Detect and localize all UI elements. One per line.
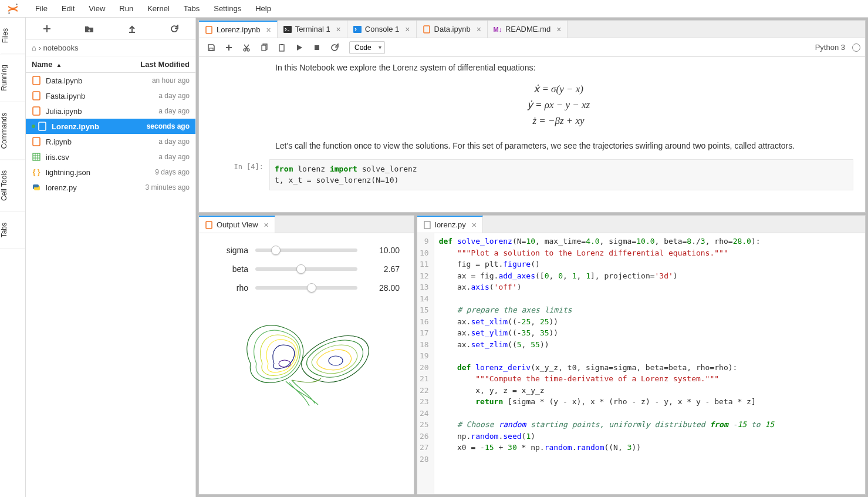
nb-icon xyxy=(423,25,431,33)
file-name: Fasta.ipynb xyxy=(46,92,158,100)
tab-label: lorenz.py xyxy=(435,220,466,229)
tab-label: Output View xyxy=(217,220,258,229)
slider-thumb[interactable] xyxy=(271,246,281,255)
tab-output-view[interactable]: Output View × xyxy=(199,216,275,233)
new-folder-button[interactable] xyxy=(82,22,96,36)
slider-track[interactable] xyxy=(255,264,357,274)
file-modified: a day ago xyxy=(158,153,190,161)
slider-thumb[interactable] xyxy=(307,283,316,293)
svg-rect-5 xyxy=(39,122,46,130)
main-tab-bar: Lorenz.ipynb×Terminal 1×Console 1×Data.i… xyxy=(199,21,865,38)
copy-button[interactable] xyxy=(256,40,272,55)
tab-terminal-1[interactable]: Terminal 1× xyxy=(278,21,347,38)
close-icon[interactable]: × xyxy=(336,25,341,34)
save-button[interactable] xyxy=(204,40,219,55)
nb-icon xyxy=(205,26,213,34)
slider-value: 10.00 xyxy=(364,246,400,255)
tab-readme-md[interactable]: M↓README.md× xyxy=(488,21,568,38)
code-editor[interactable]: 910111213141516171819202122232425262728 … xyxy=(417,233,865,494)
tab-label: Data.ipynb xyxy=(434,25,471,33)
close-icon[interactable]: × xyxy=(477,25,481,34)
slider-label: beta xyxy=(213,264,248,274)
slider-thumb[interactable] xyxy=(296,264,306,274)
close-icon[interactable]: × xyxy=(266,25,271,35)
menu-edit[interactable]: Edit xyxy=(55,2,82,15)
svg-rect-16 xyxy=(279,45,284,51)
close-icon[interactable]: × xyxy=(405,25,410,34)
slider-label: sigma xyxy=(213,246,248,255)
menu-tabs[interactable]: Tabs xyxy=(177,2,207,15)
close-icon[interactable]: × xyxy=(556,25,561,34)
left-tab-commands[interactable]: Commands xyxy=(0,102,25,160)
file-item[interactable]: Data.ipynban hour ago xyxy=(26,73,195,88)
restart-button[interactable] xyxy=(327,40,342,55)
insert-cell-button[interactable] xyxy=(221,40,237,55)
cut-button[interactable] xyxy=(239,40,254,55)
refresh-button[interactable] xyxy=(167,22,181,36)
file-item[interactable]: iris.csva day ago xyxy=(26,149,195,164)
paste-button[interactable] xyxy=(274,40,289,55)
file-name: Data.ipynb xyxy=(46,76,152,85)
json-file-icon: { } xyxy=(32,167,41,177)
column-modified[interactable]: Last Modified xyxy=(140,60,190,69)
tab-label: Lorenz.ipynb xyxy=(217,25,260,34)
code-cell[interactable]: In [4]: from lorenz import solve_lorenz … xyxy=(211,159,853,190)
close-icon[interactable]: × xyxy=(472,220,477,230)
py-file-icon xyxy=(32,183,41,192)
cell-type-select[interactable]: Code xyxy=(349,41,385,54)
line-gutter: 910111213141516171819202122232425262728 xyxy=(417,233,434,494)
file-name: Lorenz.ipynb xyxy=(52,122,147,131)
slider-beta: beta2.67 xyxy=(213,264,400,274)
close-icon[interactable]: × xyxy=(264,220,269,230)
markdown-text: In this Notebook we explore the Lorenz s… xyxy=(275,62,842,74)
slider-track[interactable] xyxy=(255,283,357,293)
md-icon: M↓ xyxy=(494,25,502,33)
code-content[interactable]: def solve_lorenz(N=10, max_time=4.0, sig… xyxy=(434,233,865,494)
breadcrumb[interactable]: ⌂ › notebooks xyxy=(26,40,195,56)
menu-run[interactable]: Run xyxy=(112,2,140,15)
slider-track[interactable] xyxy=(255,245,357,256)
menu-kernel[interactable]: Kernel xyxy=(140,2,177,15)
markdown-cell[interactable]: In this Notebook we explore the Lorenz s… xyxy=(211,62,853,152)
tab-lorenz-py[interactable]: lorenz.py × xyxy=(417,216,483,233)
upload-button[interactable] xyxy=(125,22,139,36)
file-modified: 3 minutes ago xyxy=(146,183,190,192)
breadcrumb-folder[interactable]: notebooks xyxy=(43,43,78,52)
menubar: FileEditViewRunKernelTabsSettingsHelp xyxy=(0,0,868,18)
menu-settings[interactable]: Settings xyxy=(207,2,248,15)
file-browser-panel: ⌂ › notebooks Name▲ Last Modified Data.i… xyxy=(26,18,196,497)
file-item[interactable]: lorenz.py3 minutes ago xyxy=(26,180,195,195)
kernel-name[interactable]: Python 3 xyxy=(815,43,845,52)
file-item[interactable]: R.ipynba day ago xyxy=(26,134,195,149)
tab-lorenz-ipynb[interactable]: Lorenz.ipynb× xyxy=(199,21,278,38)
file-item[interactable]: { }lightning.json9 days ago xyxy=(26,164,195,180)
slider-rho: rho28.00 xyxy=(213,283,400,293)
tab-data-ipynb[interactable]: Data.ipynb× xyxy=(417,21,488,38)
file-item[interactable]: Julia.ipynba day ago xyxy=(26,103,195,119)
left-tab-tabs[interactable]: Tabs xyxy=(0,212,25,248)
file-item[interactable]: Fasta.ipynba day ago xyxy=(26,88,195,103)
nb-file-icon xyxy=(32,137,41,146)
run-button[interactable] xyxy=(292,40,307,55)
left-tab-running[interactable]: Running xyxy=(0,54,25,102)
left-tab-files[interactable]: Files xyxy=(0,18,25,54)
markdown-text: Let's call the function once to view the… xyxy=(275,140,842,152)
new-launcher-button[interactable] xyxy=(40,22,54,36)
nb-file-icon xyxy=(32,91,41,100)
interrupt-button[interactable] xyxy=(309,40,325,55)
code-input[interactable]: from lorenz import solve_lorenz t, x_t =… xyxy=(269,159,853,190)
file-name: iris.csv xyxy=(46,153,158,162)
menu-view[interactable]: View xyxy=(82,2,112,15)
menu-help[interactable]: Help xyxy=(248,2,278,15)
file-item[interactable]: Lorenz.ipynbseconds ago xyxy=(26,119,195,134)
svg-point-1 xyxy=(8,12,10,14)
tab-console-1[interactable]: Console 1× xyxy=(347,21,417,38)
column-name[interactable]: Name▲ xyxy=(32,60,140,69)
input-prompt: In [4]: xyxy=(211,159,269,190)
svg-rect-9 xyxy=(283,26,292,33)
file-browser-toolbar xyxy=(26,18,195,40)
left-tab-cell-tools[interactable]: Cell Tools xyxy=(0,160,25,212)
menu-file[interactable]: File xyxy=(28,2,55,15)
svg-rect-15 xyxy=(262,45,266,51)
svg-rect-7 xyxy=(33,153,40,160)
